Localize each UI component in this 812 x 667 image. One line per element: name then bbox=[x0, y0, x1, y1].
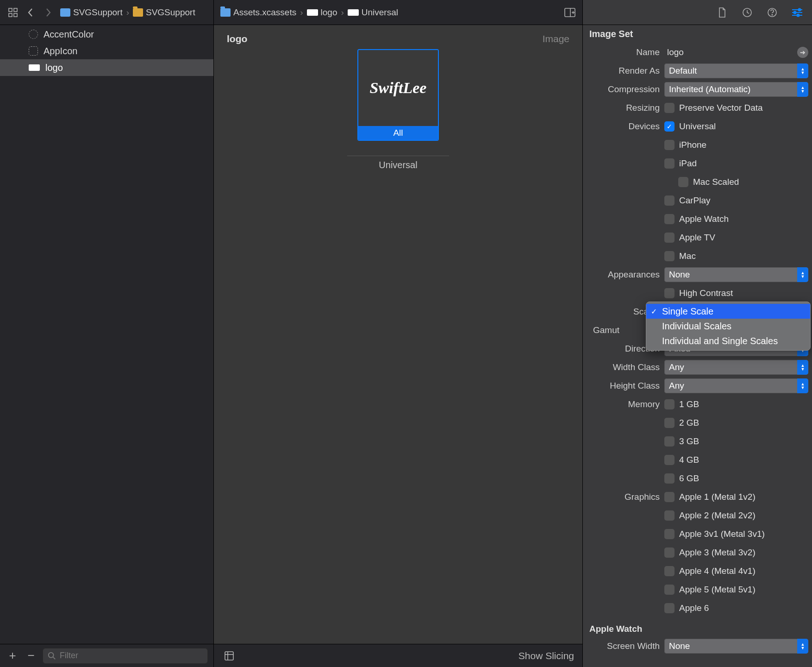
filter-field[interactable]: Filter bbox=[43, 648, 208, 664]
svg-point-21 bbox=[797, 14, 800, 16]
nav-back-button[interactable] bbox=[23, 5, 38, 20]
device-label: Apple Watch bbox=[679, 214, 729, 224]
device-label: Mac bbox=[679, 251, 696, 261]
row-render-as: Render As Default ▲▼ bbox=[583, 63, 812, 79]
stepper-icon: ▲▼ bbox=[797, 82, 808, 97]
device-check-macscaled[interactable] bbox=[678, 177, 688, 187]
label-graphics: Graphics bbox=[583, 492, 664, 502]
nav-item-label: logo bbox=[45, 63, 63, 73]
scales-option-individual[interactable]: Individual Scales bbox=[646, 319, 810, 334]
row-scales: Scales ✓ Single Scale Individual Scales … bbox=[583, 303, 812, 320]
svg-point-20 bbox=[794, 11, 796, 13]
nav-item-label: AppIcon bbox=[44, 46, 77, 57]
row-graphics: Graphics Apple 1 (Metal 1v2) bbox=[583, 489, 812, 505]
row-screenwidth: Screen Width None ▲▼ bbox=[583, 638, 812, 654]
go-arrow-icon[interactable]: ➔ bbox=[797, 47, 808, 58]
add-editor-button[interactable] bbox=[562, 6, 578, 19]
nav-forward-button[interactable] bbox=[41, 5, 56, 20]
graphics-check-1[interactable] bbox=[664, 492, 675, 502]
device-check-mac[interactable] bbox=[664, 251, 675, 261]
stepper-icon: ▲▼ bbox=[797, 639, 808, 654]
graphics-check-4[interactable] bbox=[664, 547, 675, 558]
row-compression: Compression Inherited (Automatic) ▲▼ bbox=[583, 81, 812, 98]
attributes-inspector-tab[interactable] bbox=[791, 6, 804, 19]
image-well[interactable]: SwiftLee All bbox=[357, 49, 439, 141]
memory-check-2gb[interactable] bbox=[664, 418, 675, 428]
appearances-popup[interactable]: None ▲▼ bbox=[664, 267, 808, 282]
stepper-icon: ▲▼ bbox=[797, 63, 808, 78]
device-check-iphone[interactable] bbox=[664, 140, 675, 150]
scales-dropdown[interactable]: ✓ Single Scale Individual Scales Individ… bbox=[646, 302, 811, 351]
asset-title: logo bbox=[227, 33, 247, 44]
asset-navigator-list: AccentColor AppIcon logo bbox=[0, 25, 213, 644]
scales-option-single[interactable]: ✓ Single Scale bbox=[646, 304, 810, 319]
image-slot-universal[interactable]: SwiftLee All Universal bbox=[347, 49, 449, 644]
svg-point-4 bbox=[49, 652, 54, 657]
name-field[interactable]: logo bbox=[664, 45, 797, 60]
breadcrumb-label: Assets.xcassets bbox=[233, 7, 296, 18]
remove-button[interactable]: − bbox=[24, 649, 38, 663]
history-inspector-tab[interactable] bbox=[741, 6, 754, 19]
add-button[interactable]: + bbox=[6, 649, 19, 663]
inspector-tabbar bbox=[583, 0, 812, 25]
canvas-body: SwiftLee All Universal bbox=[214, 44, 582, 644]
memory-label: 3 GB bbox=[679, 436, 699, 447]
label-heightclass: Height Class bbox=[583, 381, 664, 391]
graphics-check-3[interactable] bbox=[664, 529, 675, 539]
nav-item-logo[interactable]: logo bbox=[0, 59, 213, 76]
left-toolbar: SVGSupport › SVGSupport bbox=[0, 0, 213, 25]
help-inspector-tab[interactable] bbox=[766, 6, 779, 19]
label-compression: Compression bbox=[583, 84, 664, 94]
nav-item-appicon[interactable]: AppIcon bbox=[0, 43, 213, 59]
memory-label: 6 GB bbox=[679, 473, 699, 484]
breadcrumb[interactable]: SVGSupport › SVGSupport bbox=[58, 3, 208, 22]
row-resizing: Resizing Preserve Vector Data bbox=[583, 100, 812, 116]
preserve-vector-checkbox[interactable] bbox=[664, 103, 675, 113]
show-slicing-button[interactable]: Show Slicing bbox=[518, 650, 574, 661]
editor-panel: Assets.xcassets › logo › Universal logo … bbox=[214, 0, 582, 667]
layout-grid-icon[interactable] bbox=[6, 5, 20, 20]
section-image-set: Image Set bbox=[583, 25, 812, 42]
image-preview: SwiftLee bbox=[358, 50, 438, 126]
imageset-icon bbox=[348, 9, 359, 16]
compression-popup[interactable]: Inherited (Automatic) ▲▼ bbox=[664, 82, 808, 97]
row-widthclass: Width Class Any ▲▼ bbox=[583, 359, 812, 376]
svg-rect-0 bbox=[9, 8, 12, 12]
scales-option-both[interactable]: Individual and Single Scales bbox=[646, 334, 810, 348]
memory-check-3gb[interactable] bbox=[664, 436, 675, 447]
breadcrumb-full[interactable]: Assets.xcassets › logo › Universal bbox=[219, 3, 562, 22]
device-check-carplay[interactable] bbox=[664, 195, 675, 206]
svg-rect-1 bbox=[14, 8, 17, 12]
memory-check-4gb[interactable] bbox=[664, 455, 675, 465]
slicing-icon[interactable] bbox=[222, 649, 236, 663]
folder-icon bbox=[133, 8, 143, 17]
memory-check-1gb[interactable] bbox=[664, 399, 675, 409]
label-screenwidth: Screen Width bbox=[583, 641, 664, 651]
svg-line-5 bbox=[53, 657, 56, 659]
widthclass-popup[interactable]: Any ▲▼ bbox=[664, 360, 808, 375]
highcontrast-checkbox[interactable] bbox=[664, 288, 675, 298]
screenwidth-popup[interactable]: None ▲▼ bbox=[664, 639, 808, 654]
heightclass-popup[interactable]: Any ▲▼ bbox=[664, 378, 808, 393]
nav-item-accentcolor[interactable]: AccentColor bbox=[0, 26, 213, 43]
render-as-popup[interactable]: Default ▲▼ bbox=[664, 63, 808, 78]
memory-label: 1 GB bbox=[679, 399, 699, 409]
canvas-header: logo Image bbox=[214, 25, 582, 44]
preview-text: SwiftLee bbox=[370, 79, 427, 97]
graphics-check-2[interactable] bbox=[664, 510, 675, 521]
graphics-check-5[interactable] bbox=[664, 566, 675, 576]
graphics-check-7[interactable] bbox=[664, 603, 675, 613]
project-icon bbox=[60, 8, 70, 17]
device-check-tv[interactable] bbox=[664, 233, 675, 243]
device-check-watch[interactable] bbox=[664, 214, 675, 224]
file-inspector-tab[interactable] bbox=[716, 6, 729, 19]
label-memory: Memory bbox=[583, 399, 664, 409]
svg-rect-3 bbox=[14, 13, 17, 17]
graphics-check-6[interactable] bbox=[664, 585, 675, 595]
row-device-watch: Apple Watch bbox=[583, 211, 812, 227]
memory-check-6gb[interactable] bbox=[664, 473, 675, 484]
device-check-ipad[interactable] bbox=[664, 158, 675, 169]
navigator-footer: + − Filter bbox=[0, 644, 213, 667]
device-check-universal[interactable]: ✓ bbox=[664, 121, 675, 132]
slot-label: Universal bbox=[347, 156, 449, 170]
